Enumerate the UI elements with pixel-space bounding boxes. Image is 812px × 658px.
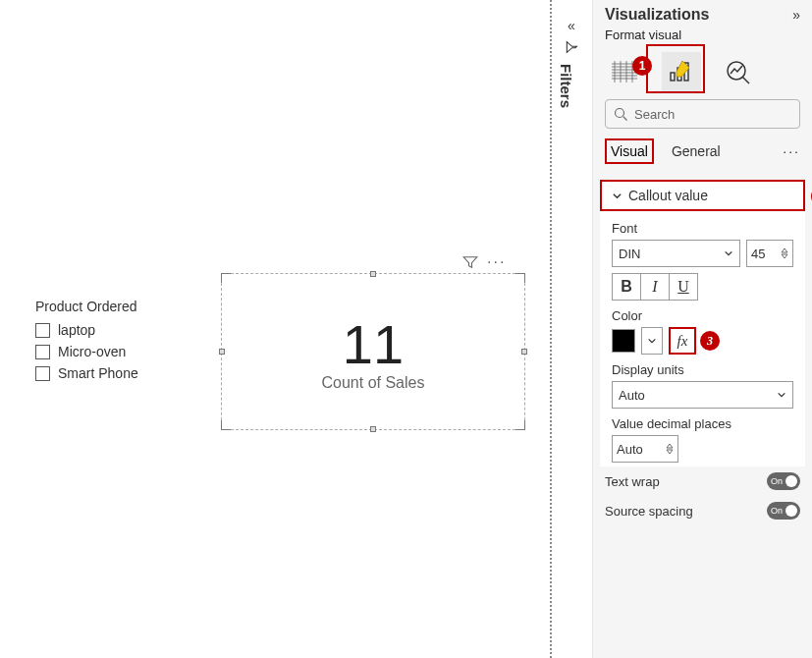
slicer-option-label: Micro-oven [58, 344, 126, 359]
search-icon [614, 107, 628, 122]
visual-header-icons: ··· [461, 253, 506, 271]
pane-splitter[interactable] [550, 0, 552, 658]
font-style-group: B I U [612, 273, 793, 301]
svg-rect-10 [671, 73, 675, 81]
source-spacing-label: Source spacing [605, 504, 693, 519]
tab-visual[interactable]: Visual [605, 138, 654, 164]
decimal-places-label: Value decimal places [612, 416, 793, 431]
resize-handle[interactable] [219, 349, 225, 355]
section-label: Format visual [593, 26, 812, 46]
tab-general[interactable]: General [668, 140, 725, 162]
annotation-badge-3: 3 [700, 331, 720, 351]
chevron-down-icon [612, 191, 623, 201]
display-units-value: Auto [619, 388, 645, 403]
underline-button[interactable]: U [669, 273, 698, 301]
filters-pane-collapsed[interactable]: « Filters [558, 18, 585, 108]
resize-handle[interactable] [370, 271, 376, 277]
resize-handle[interactable] [370, 426, 376, 432]
format-tabs: 1 [593, 46, 812, 91]
more-options-icon[interactable]: ··· [487, 253, 506, 271]
pane-title: Visualizations [605, 6, 709, 24]
text-wrap-row: Text wrap On [593, 466, 812, 496]
text-wrap-toggle[interactable]: On [767, 472, 800, 490]
slicer-option-label: laptop [58, 322, 95, 338]
source-spacing-toggle[interactable]: On [767, 502, 800, 520]
chevron-down-icon [647, 336, 657, 346]
card-visual[interactable]: 11 Count of Sales [221, 273, 525, 430]
report-canvas: Product Ordered laptop Micro-oven Smart … [0, 0, 550, 658]
more-options-icon[interactable]: ··· [783, 143, 800, 159]
slicer-option[interactable]: laptop [35, 322, 192, 338]
expand-icon[interactable]: » [792, 7, 800, 23]
card-value: 11 [343, 312, 404, 376]
analytics-icon [725, 59, 752, 84]
font-family-dropdown[interactable]: DIN [612, 240, 740, 267]
font-size-stepper[interactable]: 45 [746, 240, 793, 267]
color-dropdown[interactable] [641, 327, 663, 355]
callout-value-body: Font DIN 45 B I U Color [600, 211, 805, 466]
font-label: Font [612, 221, 793, 236]
chevron-down-icon [777, 390, 786, 400]
visualizations-pane: Visualizations » Format visual 1 [592, 0, 812, 658]
checkbox-icon[interactable] [35, 366, 50, 381]
stepper-arrows[interactable] [666, 443, 674, 455]
checkbox-icon[interactable] [35, 345, 50, 359]
decimal-places-stepper[interactable]: Auto [612, 435, 678, 463]
format-subtabs: Visual General ··· [593, 137, 812, 166]
search-placeholder: Search [634, 107, 675, 122]
slicer-product-ordered[interactable]: Product Ordered laptop Micro-oven Smart … [35, 299, 192, 387]
resize-handle[interactable] [515, 273, 525, 283]
decimal-places-value: Auto [617, 442, 643, 457]
annotation-badge-1: 1 [632, 56, 652, 76]
source-spacing-row: Source spacing On [593, 496, 812, 525]
display-units-dropdown[interactable]: Auto [612, 381, 793, 409]
toggle-state: On [771, 506, 783, 516]
group-callout-value[interactable]: Callout value 2 [600, 180, 805, 211]
format-visual-tab[interactable] [662, 52, 701, 91]
color-swatch[interactable] [612, 329, 635, 353]
toggle-state: On [771, 476, 783, 486]
svg-line-15 [623, 116, 627, 120]
slicer-option[interactable]: Micro-oven [35, 344, 192, 359]
conditional-formatting-button[interactable]: fx 3 [669, 327, 696, 355]
display-units-label: Display units [612, 362, 793, 377]
italic-button[interactable]: I [640, 273, 670, 301]
collapse-icon[interactable]: « [558, 18, 585, 33]
group-label: Callout value [628, 188, 708, 203]
slicer-option-label: Smart Phone [58, 365, 138, 381]
filter-icon[interactable] [461, 253, 479, 271]
text-wrap-label: Text wrap [605, 474, 660, 489]
resize-handle[interactable] [521, 349, 527, 355]
svg-point-14 [616, 108, 624, 117]
stepper-arrows[interactable] [781, 247, 788, 259]
checkbox-icon[interactable] [35, 323, 50, 338]
card-subtitle: Count of Sales [322, 374, 425, 392]
search-input[interactable]: Search [605, 99, 800, 129]
font-size-value: 45 [751, 247, 765, 261]
analytics-tab[interactable] [719, 52, 758, 91]
slicer-option[interactable]: Smart Phone [35, 365, 192, 381]
resize-handle[interactable] [221, 420, 231, 430]
fx-label: fx [677, 333, 688, 350]
chevron-down-icon [724, 248, 733, 258]
filters-label: Filters [558, 64, 574, 108]
color-label: Color [612, 308, 793, 323]
paint-chart-icon [668, 59, 695, 84]
bold-button[interactable]: B [612, 273, 641, 301]
resize-handle[interactable] [515, 420, 525, 430]
font-family-value: DIN [619, 247, 640, 261]
resize-handle[interactable] [221, 273, 231, 283]
slicer-title: Product Ordered [35, 299, 192, 314]
filter-icon [564, 39, 579, 55]
